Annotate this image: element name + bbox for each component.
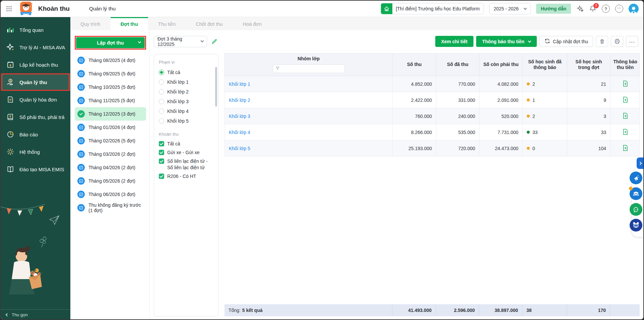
sidebar-item-bao-cao[interactable]: Báo cáo <box>1 126 70 143</box>
sidebar-item-quan-ly-hoa-don[interactable]: Quản lý hóa đơn <box>1 91 70 108</box>
month-list-item[interactable]: Tháng 02/2026 (5 đợt) <box>75 134 146 147</box>
month-list-item[interactable]: Tháng 03/2026 (2 đợt) <box>75 147 146 161</box>
more-options-icon[interactable]: ... <box>615 5 623 13</box>
sidebar-collapse-button[interactable]: Thu gọn <box>1 309 70 320</box>
app-title: Khoản thu <box>38 5 70 12</box>
scope-radio-option[interactable]: Khối lớp 5 <box>159 116 213 126</box>
sidebar-item-tong-quan[interactable]: Tổng quan <box>1 21 70 39</box>
sidebar-item-tro-ly-ai[interactable]: Trợ lý AI - MISA AVA <box>1 39 70 56</box>
ledger-book-icon: $ <box>6 113 15 121</box>
sidebar-item-quan-ly-thu[interactable]: $ Quản lý thu <box>1 73 70 91</box>
column-header-nhom-lop: Nhóm lớp <box>298 54 320 64</box>
table-row[interactable]: Khối lớp 4 8.266.000 535.000 7.731.000 3… <box>224 124 640 140</box>
fee-checkbox-option[interactable]: Gửi xe - Gửi xe <box>159 148 213 157</box>
app-grid-icon[interactable] <box>5 4 13 13</box>
group-filter-input[interactable] <box>273 64 345 73</box>
class-group-link[interactable]: Khối lớp 1 <box>229 81 250 87</box>
tab[interactable]: Hoá đơn <box>233 17 272 30</box>
month-list-item[interactable]: Tháng 10/2025 (5 đợt) <box>75 80 146 94</box>
periods-panel: Lập đợt thu <box>70 30 149 320</box>
scope-radio-option[interactable]: Khối lớp 3 <box>159 97 213 106</box>
cell-so-da-thu: 770.000 <box>436 76 479 92</box>
fee-checkbox-option[interactable]: R206 - Có HT <box>159 172 213 181</box>
school-year-select[interactable]: 2025 - 2026 <box>489 3 531 14</box>
tab[interactable]: Đợt thu <box>111 17 148 30</box>
more-actions-icon[interactable]: ... <box>626 36 638 47</box>
class-group-link[interactable]: Khối lớp 2 <box>229 98 250 103</box>
guide-button[interactable]: Hướng dẫn <box>536 4 571 14</box>
sidebar-item-lap-ke-hoach-thu[interactable]: $ Lập kế hoạch thu <box>1 56 70 73</box>
month-list-item[interactable]: Tháng 08/2025 (4 đợt) <box>75 54 146 67</box>
fees-checkbox-group: Tất cả Gửi xe - Gửi xe Sổ li <box>159 139 213 181</box>
tab[interactable]: Chốt đợt thu <box>186 17 233 30</box>
edit-batch-pencil-icon[interactable] <box>210 38 218 46</box>
payment-notice-doc-icon[interactable]: $ <box>623 80 628 88</box>
month-list-item[interactable]: Tháng 01/2026 (4 đợt) <box>75 121 146 134</box>
class-group-link[interactable]: Khối lớp 4 <box>229 130 250 135</box>
payment-notice-doc-icon[interactable]: $ <box>623 129 628 136</box>
help-icon[interactable]: ? <box>602 5 610 13</box>
sidebar: Tổng quan Trợ lý AI - MISA AVA <box>1 17 70 320</box>
month-list-item[interactable]: Tháng 11/2025 (5 đợt) <box>75 94 146 107</box>
payment-notice-doc-icon[interactable]: $ <box>623 97 628 104</box>
sparkles-icon[interactable] <box>576 5 584 12</box>
month-list-item[interactable]: Thu không đăng ký trước (1 đợt) <box>75 201 146 214</box>
cell-hs-trong-dot: 21 <box>567 76 610 92</box>
payment-notice-doc-icon[interactable]: $ <box>623 145 628 152</box>
class-group-link[interactable]: Khối lớp 5 <box>229 146 250 151</box>
cell-so-da-thu: 331.000 <box>436 92 479 108</box>
community-people-icon[interactable] <box>630 187 642 200</box>
sidebar-item-label: Đào tạo MISA EMIS <box>19 167 64 172</box>
assistant-panda-bot-icon[interactable] <box>630 219 642 232</box>
cell-so-da-thu: 535.000 <box>436 124 479 140</box>
create-batch-button[interactable]: Lập đợt thu <box>76 37 145 48</box>
column-header-so-da-thu: Số đã thu <box>436 54 479 76</box>
radio-icon <box>159 89 164 94</box>
filter-scrollbar-thumb[interactable] <box>215 67 217 107</box>
notifications-bell-icon[interactable]: 7 <box>589 5 596 12</box>
topbar-menu-quan-ly-thu[interactable]: Quản lý thu <box>89 6 116 12</box>
tab[interactable]: Quy trình <box>70 17 111 30</box>
announcements-megaphone-icon[interactable] <box>630 172 642 184</box>
school-selector[interactable] <box>381 3 484 14</box>
delete-trash-icon[interactable] <box>596 36 608 47</box>
scope-radio-option[interactable]: Khối lớp 1 <box>159 77 213 87</box>
sidebar-item-so-phai-thu-phai-tra[interactable]: $ Sổ phải thu, phải trả <box>1 108 70 126</box>
table-row[interactable]: Khối lớp 3 760.000 240.000 520.000 2 3 <box>224 108 640 124</box>
month-list-item[interactable]: Tháng 04/2026 (2 đợt) <box>75 161 146 174</box>
table-row[interactable]: Khối lớp 5 25.193.000 720.000 24.473.000… <box>224 140 640 156</box>
month-list-item[interactable]: Tháng 06/2026 (3 đợt) <box>75 188 146 201</box>
check-icon <box>79 112 83 116</box>
notify-payment-button[interactable]: Thông báo thu tiền <box>476 36 537 47</box>
calendar-icon <box>79 166 83 170</box>
fee-checkbox-option[interactable]: Sổ liên lạc điện tử - Sổ liên lạc điện t… <box>159 157 213 172</box>
sidebar-item-dao-tao-misa-emis[interactable]: Đào tạo MISA EMIS <box>1 161 70 178</box>
chevron-right-icon <box>638 162 642 165</box>
tab[interactable]: Thu tiền <box>148 17 186 30</box>
month-list-item[interactable]: Tháng 05/2026 (2 đợt) <box>75 174 146 188</box>
print-icon[interactable] <box>611 36 623 47</box>
sidebar-item-he-thong[interactable]: Hệ thống <box>1 143 70 161</box>
school-input[interactable] <box>392 3 484 14</box>
svg-text:$: $ <box>9 115 11 118</box>
home-icon[interactable] <box>381 3 392 14</box>
month-list-item[interactable]: Tháng 12/2025 (3 đợt) <box>75 107 146 121</box>
view-details-button[interactable]: Xem chi tiết <box>435 36 474 47</box>
side-panel-expand-tab[interactable] <box>637 157 643 169</box>
scope-radio-option[interactable]: Tất cả <box>159 67 213 77</box>
module-tabbar: Quy trình Đợt thu Thu tiền Chốt đợt thu <box>70 17 643 30</box>
scope-radio-option[interactable]: Khối lớp 2 <box>159 87 213 97</box>
scope-radio-option[interactable]: Khối lớp 4 <box>159 106 213 116</box>
footer-hs-da-thong-bao: 38 <box>522 304 567 316</box>
table-row[interactable]: Khối lớp 2 2.422.000 331.000 2.091.000 1… <box>224 92 640 108</box>
batch-select[interactable]: Đợt 3 tháng 12/2025 <box>154 36 207 47</box>
class-group-link[interactable]: Khối lớp 3 <box>229 114 250 119</box>
month-list-item[interactable]: Tháng 09/2025 (5 đợt) <box>75 67 146 80</box>
chat-support-icon[interactable] <box>630 203 642 216</box>
payment-notice-doc-icon[interactable]: $ <box>623 113 628 120</box>
update-batch-button[interactable]: Cập nhật đợt thu <box>539 36 593 47</box>
user-avatar[interactable] <box>629 4 639 14</box>
fee-checkbox-option[interactable]: Tất cả <box>159 139 213 148</box>
table-row[interactable]: Khối lớp 1 4.852.000 770.000 4.082.000 2… <box>224 76 640 92</box>
table-header: Nhóm lớp Số thu <box>224 53 640 76</box>
